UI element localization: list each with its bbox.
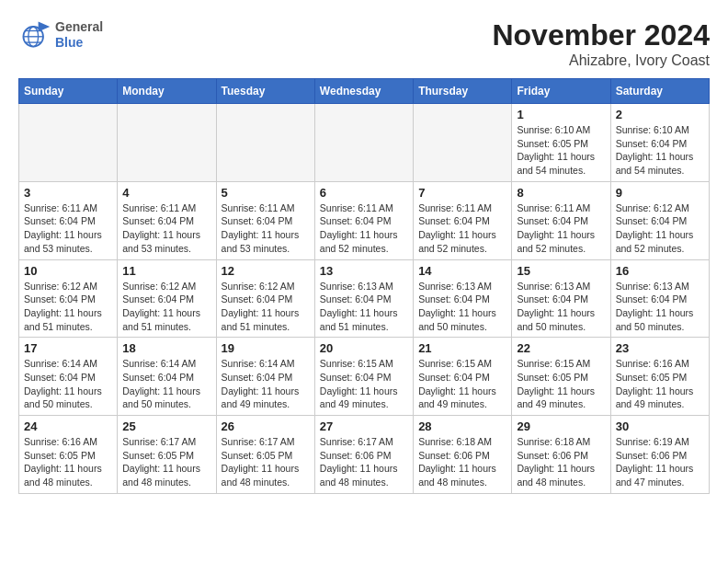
logo-icon bbox=[18, 18, 51, 52]
calendar-cell: 21Sunrise: 6:15 AM Sunset: 6:04 PM Dayli… bbox=[414, 338, 512, 416]
calendar-cell: 25Sunrise: 6:17 AM Sunset: 6:05 PM Dayli… bbox=[118, 416, 216, 494]
day-number: 23 bbox=[616, 341, 704, 355]
day-number: 22 bbox=[517, 341, 605, 355]
day-number: 17 bbox=[24, 341, 112, 355]
calendar-cell: 6Sunrise: 6:11 AM Sunset: 6:04 PM Daylig… bbox=[314, 181, 413, 259]
calendar-cell bbox=[19, 104, 118, 182]
day-info: Sunrise: 6:13 AM Sunset: 6:04 PM Dayligh… bbox=[616, 280, 704, 334]
day-info: Sunrise: 6:12 AM Sunset: 6:04 PM Dayligh… bbox=[122, 280, 210, 334]
calendar-cell: 12Sunrise: 6:12 AM Sunset: 6:04 PM Dayli… bbox=[216, 259, 314, 338]
calendar-header-tuesday: Tuesday bbox=[216, 79, 314, 104]
calendar-cell: 18Sunrise: 6:14 AM Sunset: 6:04 PM Dayli… bbox=[118, 338, 216, 416]
day-number: 11 bbox=[122, 264, 210, 278]
calendar-header-thursday: Thursday bbox=[414, 79, 512, 104]
day-number: 5 bbox=[222, 186, 310, 200]
calendar-header-friday: Friday bbox=[512, 79, 610, 104]
calendar-cell: 13Sunrise: 6:13 AM Sunset: 6:04 PM Dayli… bbox=[314, 259, 413, 338]
calendar-cell: 3Sunrise: 6:11 AM Sunset: 6:04 PM Daylig… bbox=[19, 181, 118, 259]
calendar-header-sunday: Sunday bbox=[19, 79, 118, 104]
day-number: 21 bbox=[418, 341, 506, 355]
calendar-cell: 26Sunrise: 6:17 AM Sunset: 6:05 PM Dayli… bbox=[216, 416, 314, 494]
day-number: 20 bbox=[320, 341, 408, 355]
calendar-header-wednesday: Wednesday bbox=[314, 79, 413, 104]
day-info: Sunrise: 6:15 AM Sunset: 6:04 PM Dayligh… bbox=[320, 357, 408, 411]
calendar-cell: 27Sunrise: 6:17 AM Sunset: 6:06 PM Dayli… bbox=[314, 416, 413, 494]
calendar-cell bbox=[118, 104, 216, 182]
location-title: Ahizabre, Ivory Coast bbox=[492, 52, 710, 69]
week-row-3: 10Sunrise: 6:12 AM Sunset: 6:04 PM Dayli… bbox=[19, 259, 710, 338]
logo-blue: Blue bbox=[55, 35, 103, 51]
calendar-cell: 14Sunrise: 6:13 AM Sunset: 6:04 PM Dayli… bbox=[414, 259, 512, 338]
calendar-cell: 8Sunrise: 6:11 AM Sunset: 6:04 PM Daylig… bbox=[512, 181, 610, 259]
calendar-cell: 22Sunrise: 6:15 AM Sunset: 6:05 PM Dayli… bbox=[512, 338, 610, 416]
title-block: November 2024 Ahizabre, Ivory Coast bbox=[492, 18, 710, 69]
day-number: 28 bbox=[418, 419, 506, 433]
day-number: 8 bbox=[517, 186, 605, 200]
day-number: 29 bbox=[517, 419, 605, 433]
day-number: 25 bbox=[122, 419, 210, 433]
day-info: Sunrise: 6:17 AM Sunset: 6:05 PM Dayligh… bbox=[222, 435, 310, 489]
day-number: 1 bbox=[517, 108, 605, 121]
day-number: 7 bbox=[418, 186, 506, 200]
week-row-2: 3Sunrise: 6:11 AM Sunset: 6:04 PM Daylig… bbox=[19, 181, 710, 259]
calendar-table: SundayMondayTuesdayWednesdayThursdayFrid… bbox=[18, 78, 710, 494]
calendar-cell: 10Sunrise: 6:12 AM Sunset: 6:04 PM Dayli… bbox=[19, 259, 118, 338]
calendar-cell: 1Sunrise: 6:10 AM Sunset: 6:05 PM Daylig… bbox=[512, 104, 610, 182]
calendar-cell: 9Sunrise: 6:12 AM Sunset: 6:04 PM Daylig… bbox=[610, 181, 709, 259]
calendar-cell: 5Sunrise: 6:11 AM Sunset: 6:04 PM Daylig… bbox=[216, 181, 314, 259]
day-info: Sunrise: 6:10 AM Sunset: 6:05 PM Dayligh… bbox=[517, 123, 605, 178]
day-info: Sunrise: 6:17 AM Sunset: 6:06 PM Dayligh… bbox=[320, 435, 408, 489]
day-number: 3 bbox=[24, 186, 112, 200]
calendar-cell: 24Sunrise: 6:16 AM Sunset: 6:05 PM Dayli… bbox=[19, 416, 118, 494]
week-row-1: 1Sunrise: 6:10 AM Sunset: 6:05 PM Daylig… bbox=[19, 104, 710, 182]
day-number: 14 bbox=[418, 264, 506, 278]
day-info: Sunrise: 6:12 AM Sunset: 6:04 PM Dayligh… bbox=[222, 280, 310, 334]
day-number: 24 bbox=[24, 419, 112, 433]
day-info: Sunrise: 6:13 AM Sunset: 6:04 PM Dayligh… bbox=[320, 280, 408, 334]
day-info: Sunrise: 6:16 AM Sunset: 6:05 PM Dayligh… bbox=[24, 435, 112, 489]
calendar-cell: 23Sunrise: 6:16 AM Sunset: 6:05 PM Dayli… bbox=[610, 338, 709, 416]
week-row-4: 17Sunrise: 6:14 AM Sunset: 6:04 PM Dayli… bbox=[19, 338, 710, 416]
calendar-cell bbox=[414, 104, 512, 182]
day-info: Sunrise: 6:17 AM Sunset: 6:05 PM Dayligh… bbox=[122, 435, 210, 489]
calendar-cell: 2Sunrise: 6:10 AM Sunset: 6:04 PM Daylig… bbox=[610, 104, 709, 182]
day-number: 15 bbox=[517, 264, 605, 278]
day-info: Sunrise: 6:12 AM Sunset: 6:04 PM Dayligh… bbox=[616, 201, 704, 256]
calendar-cell bbox=[314, 104, 413, 182]
calendar-cell bbox=[216, 104, 314, 182]
day-number: 16 bbox=[616, 264, 704, 278]
day-info: Sunrise: 6:11 AM Sunset: 6:04 PM Dayligh… bbox=[517, 201, 605, 256]
day-info: Sunrise: 6:14 AM Sunset: 6:04 PM Dayligh… bbox=[222, 357, 310, 411]
day-number: 30 bbox=[616, 419, 704, 433]
day-info: Sunrise: 6:19 AM Sunset: 6:06 PM Dayligh… bbox=[616, 435, 704, 489]
logo: General Blue bbox=[18, 18, 103, 52]
day-info: Sunrise: 6:14 AM Sunset: 6:04 PM Dayligh… bbox=[122, 357, 210, 411]
calendar-cell: 7Sunrise: 6:11 AM Sunset: 6:04 PM Daylig… bbox=[414, 181, 512, 259]
day-info: Sunrise: 6:10 AM Sunset: 6:04 PM Dayligh… bbox=[616, 123, 704, 178]
day-info: Sunrise: 6:15 AM Sunset: 6:05 PM Dayligh… bbox=[517, 357, 605, 411]
calendar-cell: 16Sunrise: 6:13 AM Sunset: 6:04 PM Dayli… bbox=[610, 259, 709, 338]
day-info: Sunrise: 6:13 AM Sunset: 6:04 PM Dayligh… bbox=[418, 280, 506, 334]
day-info: Sunrise: 6:11 AM Sunset: 6:04 PM Dayligh… bbox=[222, 201, 310, 256]
day-number: 2 bbox=[616, 108, 704, 121]
day-info: Sunrise: 6:18 AM Sunset: 6:06 PM Dayligh… bbox=[418, 435, 506, 489]
calendar-cell: 4Sunrise: 6:11 AM Sunset: 6:04 PM Daylig… bbox=[118, 181, 216, 259]
logo-general: General bbox=[55, 19, 103, 35]
day-number: 19 bbox=[222, 341, 310, 355]
day-info: Sunrise: 6:16 AM Sunset: 6:05 PM Dayligh… bbox=[616, 357, 704, 411]
day-number: 18 bbox=[122, 341, 210, 355]
day-info: Sunrise: 6:11 AM Sunset: 6:04 PM Dayligh… bbox=[122, 201, 210, 256]
day-number: 13 bbox=[320, 264, 408, 278]
calendar-header-saturday: Saturday bbox=[610, 79, 709, 104]
day-number: 26 bbox=[222, 419, 310, 433]
day-number: 12 bbox=[222, 264, 310, 278]
day-info: Sunrise: 6:14 AM Sunset: 6:04 PM Dayligh… bbox=[24, 357, 112, 411]
week-row-5: 24Sunrise: 6:16 AM Sunset: 6:05 PM Dayli… bbox=[19, 416, 710, 494]
day-info: Sunrise: 6:18 AM Sunset: 6:06 PM Dayligh… bbox=[517, 435, 605, 489]
calendar-cell: 11Sunrise: 6:12 AM Sunset: 6:04 PM Dayli… bbox=[118, 259, 216, 338]
page-header: General Blue November 2024 Ahizabre, Ivo… bbox=[18, 18, 710, 69]
calendar-cell: 19Sunrise: 6:14 AM Sunset: 6:04 PM Dayli… bbox=[216, 338, 314, 416]
day-info: Sunrise: 6:12 AM Sunset: 6:04 PM Dayligh… bbox=[24, 280, 112, 334]
day-number: 6 bbox=[320, 186, 408, 200]
day-info: Sunrise: 6:11 AM Sunset: 6:04 PM Dayligh… bbox=[418, 201, 506, 256]
